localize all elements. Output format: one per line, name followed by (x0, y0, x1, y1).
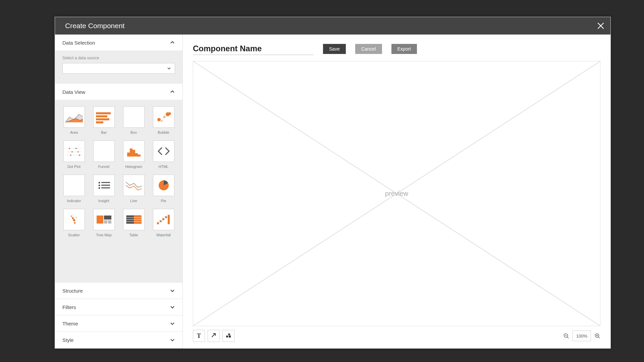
data-view-label: Insight (98, 199, 109, 203)
modal-title: Create Component (65, 22, 124, 30)
svg-rect-49 (160, 220, 162, 222)
data-view-line[interactable]: Line (122, 175, 145, 203)
close-icon[interactable] (597, 22, 604, 29)
chevron-up-icon (170, 40, 175, 45)
data-view-indicator[interactable]: Indicator (62, 175, 86, 203)
accordion-title: Filters (62, 304, 76, 310)
svg-point-18 (70, 155, 71, 156)
accordion-title: Theme (62, 321, 78, 326)
data-view-label: Funnel (98, 165, 110, 169)
svg-rect-39 (104, 216, 111, 220)
svg-rect-5 (96, 121, 103, 123)
accordion-style[interactable]: Style (55, 331, 182, 348)
data-view-label: Histogram (125, 165, 142, 169)
data-view-label: Table (129, 233, 138, 237)
tree-map-icon (93, 209, 115, 230)
data-view-area[interactable]: Area (62, 106, 86, 134)
main-area: Save Cancel Export preview T (183, 35, 610, 348)
data-view-dot-plot[interactable]: Dot Plot (62, 140, 86, 169)
data-view-pie[interactable]: Pie (152, 175, 175, 203)
data-view-tree-map[interactable]: Tree Map (92, 209, 115, 237)
data-view-label: Indicator (67, 199, 81, 203)
data-view-html[interactable]: HTML (152, 140, 175, 169)
accordion-data-view[interactable]: Data View (55, 84, 182, 100)
svg-rect-2 (96, 112, 111, 114)
data-view-label: Line (130, 199, 137, 203)
data-source-select[interactable] (62, 63, 175, 74)
text-tool-button[interactable]: T (193, 330, 205, 342)
shapes-tool-button[interactable] (222, 330, 234, 342)
modal-header: Create Component (55, 17, 610, 35)
svg-rect-50 (162, 218, 164, 220)
funnel-icon (93, 140, 115, 162)
data-source-label: Select a data source (62, 56, 175, 60)
data-view-insight[interactable]: Insight (92, 175, 115, 203)
create-component-modal: Create Component Data Selection Select a… (55, 17, 611, 349)
svg-rect-57 (229, 336, 231, 338)
insight-icon (93, 175, 115, 196)
cancel-button[interactable]: Cancel (355, 44, 382, 54)
svg-marker-55 (228, 333, 230, 335)
data-view-box[interactable]: Box (122, 106, 145, 134)
accordion-title: Data Selection (62, 40, 95, 46)
svg-point-56 (226, 336, 228, 338)
arrow-tool-button[interactable] (208, 330, 220, 342)
chevron-down-icon (170, 321, 175, 326)
waterfall-icon (153, 209, 174, 230)
svg-line-62 (598, 337, 600, 338)
save-button[interactable]: Save (323, 44, 346, 54)
zoom-level[interactable]: 100% (573, 330, 591, 341)
svg-rect-51 (165, 216, 167, 218)
data-view-scatter[interactable]: Scatter (62, 209, 86, 237)
zoom-out-button[interactable] (563, 333, 569, 339)
svg-point-25 (98, 182, 100, 184)
svg-rect-24 (138, 155, 141, 157)
data-view-grid: Area Bar (55, 100, 182, 246)
data-view-waterfall[interactable]: Waterfall (152, 209, 175, 237)
table-icon (123, 209, 145, 230)
svg-point-36 (74, 222, 75, 224)
data-view-label: Bubble (158, 130, 169, 134)
data-view-histogram[interactable]: Histogram (122, 140, 145, 169)
data-view-label: Dot Plot (67, 165, 80, 169)
text-icon: T (197, 333, 201, 340)
svg-rect-38 (97, 216, 103, 224)
box-icon (123, 106, 145, 128)
component-name-input[interactable] (193, 43, 314, 55)
svg-point-16 (71, 151, 73, 153)
accordion-title: Data View (62, 89, 85, 95)
svg-point-37 (75, 217, 77, 218)
indicator-icon (63, 175, 85, 196)
svg-rect-22 (132, 150, 135, 157)
export-button[interactable]: Export (391, 44, 417, 54)
zoom-in-button[interactable] (594, 333, 600, 339)
svg-rect-40 (104, 220, 107, 224)
data-view-table[interactable]: Table (122, 209, 145, 237)
svg-line-59 (567, 337, 569, 338)
data-view-label: Scatter (68, 233, 80, 237)
data-view-bubble[interactable]: Bubble (152, 106, 175, 134)
accordion-filters[interactable]: Filters (55, 299, 182, 315)
svg-rect-52 (168, 215, 170, 224)
svg-point-9 (168, 112, 171, 115)
line-icon (123, 175, 145, 196)
svg-rect-41 (108, 220, 111, 224)
svg-rect-30 (101, 187, 110, 188)
arrow-icon (211, 333, 216, 339)
chevron-down-icon (170, 288, 175, 293)
data-view-label: Box (130, 130, 137, 134)
svg-point-10 (161, 120, 163, 122)
preview-pane: preview (193, 61, 600, 326)
preview-label: preview (385, 190, 408, 197)
data-view-funnel[interactable]: Funnel (92, 140, 115, 169)
data-view-label: Pie (161, 199, 166, 203)
accordion-structure[interactable]: Structure (55, 282, 182, 299)
accordion-theme[interactable]: Theme (55, 315, 182, 331)
svg-point-27 (98, 187, 100, 189)
accordion-data-selection[interactable]: Data Selection (55, 35, 182, 51)
pie-icon (153, 175, 174, 196)
chevron-up-icon (170, 89, 175, 95)
data-view-bar[interactable]: Bar (92, 106, 115, 134)
svg-point-34 (72, 217, 74, 219)
accordion-title: Structure (62, 288, 83, 294)
